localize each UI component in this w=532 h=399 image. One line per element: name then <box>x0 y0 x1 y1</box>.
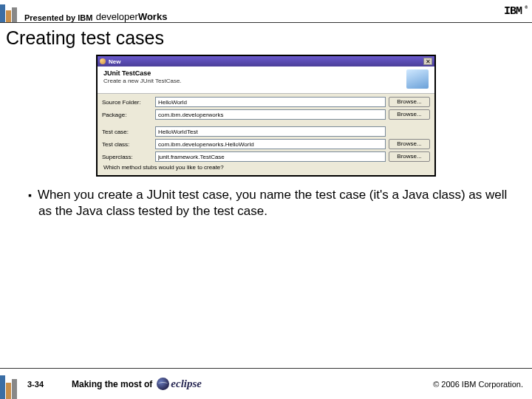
row-superclass: Superclass: Browse... <box>102 151 430 162</box>
row-package: Package: Browse... <box>102 109 430 120</box>
fbar-orange <box>6 383 11 399</box>
presented-by-text: Presented by IBM <box>24 13 92 22</box>
slide-header: Presented by IBM developerWorks IBM <box>0 0 532 22</box>
developerworks-logo: developerWorks <box>96 11 168 22</box>
bullet-text: When you create a JUnit test case, you n… <box>28 187 510 219</box>
input-source-folder[interactable] <box>155 97 386 107</box>
dw-light: developer <box>96 11 138 22</box>
bullet-block: When you create a JUnit test case, you n… <box>0 177 532 219</box>
bar-orange <box>6 10 11 22</box>
label-superclass: Superclass: <box>102 154 152 160</box>
dialog-body: Source Folder: Browse... Package: Browse… <box>98 94 434 175</box>
dialog-title: JUnit TestCase <box>103 69 402 77</box>
dialog-window: New ✕ JUnit TestCase Create a new JUnit … <box>96 55 436 177</box>
wizard-banner-icon <box>406 69 429 89</box>
footer-bars <box>0 369 27 399</box>
browse-button-test-class[interactable]: Browse... <box>389 139 430 149</box>
row-test-case: Test case: <box>102 126 430 137</box>
eclipse-ball-icon <box>157 378 169 390</box>
row-test-class: Test class: Browse... <box>102 139 430 149</box>
bar-gray <box>12 7 17 22</box>
slide-title: Creating test cases <box>0 23 532 55</box>
input-superclass[interactable] <box>155 151 386 162</box>
browse-button-superclass[interactable]: Browse... <box>389 151 430 162</box>
fbar-blue <box>0 375 5 399</box>
input-test-case[interactable] <box>155 126 386 137</box>
eclipse-logo: eclipse <box>157 378 202 390</box>
input-test-class[interactable] <box>155 139 386 149</box>
bar-blue <box>0 4 5 22</box>
fbar-gray <box>12 379 17 399</box>
screenshot-wrap: New ✕ JUnit TestCase Create a new JUnit … <box>0 55 532 177</box>
dialog-subtitle: Create a new JUnit TestCase. <box>103 78 402 84</box>
dialog-header: JUnit TestCase Create a new JUnit TestCa… <box>98 66 434 94</box>
header-bars: Presented by IBM developerWorks <box>0 0 167 22</box>
row-source-folder: Source Folder: Browse... <box>102 97 430 107</box>
eclipse-text: eclipse <box>171 378 202 390</box>
dialog-titlebar: New ✕ <box>98 56 434 66</box>
copyright-text: © 2006 IBM Corporation. <box>433 380 523 389</box>
label-test-case: Test case: <box>102 129 152 135</box>
browse-button-package[interactable]: Browse... <box>389 109 430 120</box>
slide-footer: 3-34 Making the most of eclipse © 2006 I… <box>0 368 532 399</box>
label-source-folder: Source Folder: <box>102 99 152 106</box>
ibm-logo: IBM <box>504 5 522 18</box>
dialog-window-title: New <box>109 58 120 65</box>
dw-bold: Works <box>138 11 168 22</box>
dialog-icon <box>100 58 106 64</box>
input-package[interactable] <box>155 109 386 120</box>
page-number: 3-34 <box>27 380 72 389</box>
footer-tagline: Making the most of eclipse <box>72 378 202 390</box>
dialog-question: Which method stubs would you like to cre… <box>102 164 430 171</box>
making-text: Making the most of <box>72 379 152 389</box>
label-test-class: Test class: <box>102 141 152 148</box>
label-package: Package: <box>102 112 152 118</box>
close-icon[interactable]: ✕ <box>423 58 432 65</box>
browse-button-source[interactable]: Browse... <box>389 97 430 107</box>
